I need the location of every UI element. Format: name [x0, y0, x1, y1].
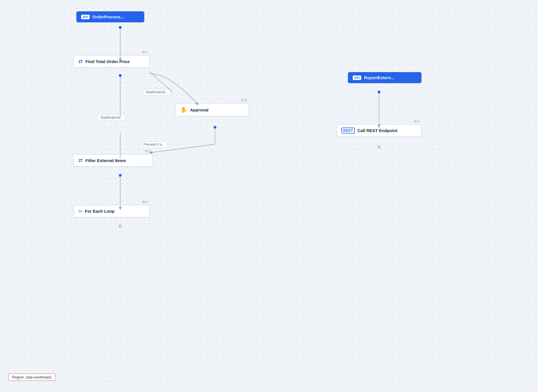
connector-dot-find-total-out: [119, 74, 122, 77]
node-id-find-total: ID:1: [142, 50, 148, 54]
connector-dot-report-out: [378, 91, 380, 93]
approval-icon: ✋: [180, 106, 187, 113]
node-label-call-rest: Call REST Endpoint: [358, 128, 397, 133]
edge-label-proceed-if: Proceed if a...: [141, 141, 167, 148]
connector-dot-for-each-bottom: [119, 225, 122, 228]
node-label-filter-external: Filter External Items: [85, 158, 126, 163]
node-find-total[interactable]: ID:1 ⇄ Find Total Order Price: [74, 55, 150, 68]
node-call-rest[interactable]: ID:5 REST Call REST Endpoint: [337, 124, 421, 137]
filter-icon-external: ⇄: [78, 157, 83, 163]
node-label-for-each: For Each Loop: [85, 209, 115, 214]
node-report-extern[interactable]: API ReportExtern...: [348, 72, 421, 83]
node-id-call-rest: ID:5: [414, 120, 419, 123]
node-filter-external[interactable]: ID:3 ⇄ Filter External Items: [74, 154, 153, 167]
node-label-order: OrderProcess...: [92, 14, 124, 19]
node-id-filter-external: ID:3: [145, 149, 151, 153]
connector-dot-approval-out: [214, 126, 216, 129]
node-id-for-each: ID:4: [142, 200, 148, 204]
api-badge-order: API: [81, 15, 90, 19]
node-order-process[interactable]: API OrderProcess...: [76, 11, 144, 22]
edge-label-total-order-left: TotalOrderVa...: [98, 115, 125, 121]
node-for-each-loop[interactable]: ID:4 ∞ For Each Loop: [74, 205, 150, 217]
region-badge: Region: asia-southeast1: [8, 374, 55, 381]
loop-icon: ∞: [78, 208, 82, 214]
rest-badge: REST: [341, 128, 355, 133]
node-label-approval: Approval: [190, 107, 208, 112]
connector-dot-filter-out: [119, 174, 122, 177]
workflow-canvas[interactable]: API OrderProcess... ID:1 ⇄ Find Total Or…: [0, 0, 538, 392]
filter-icon-find-total: ⇄: [78, 58, 83, 64]
node-label-find-total: Find Total Order Price: [85, 59, 130, 64]
api-badge-report: API: [353, 76, 361, 80]
node-approval[interactable]: ID:2 ✋ Approval: [175, 103, 249, 116]
edge-label-total-order-right: TotalOrderVa...: [143, 89, 171, 95]
connector-dot-order-out: [119, 26, 122, 29]
node-id-approval: ID:2: [241, 98, 247, 102]
node-label-report: ReportExtern...: [364, 75, 395, 80]
connector-dot-rest-bottom: [378, 146, 380, 148]
